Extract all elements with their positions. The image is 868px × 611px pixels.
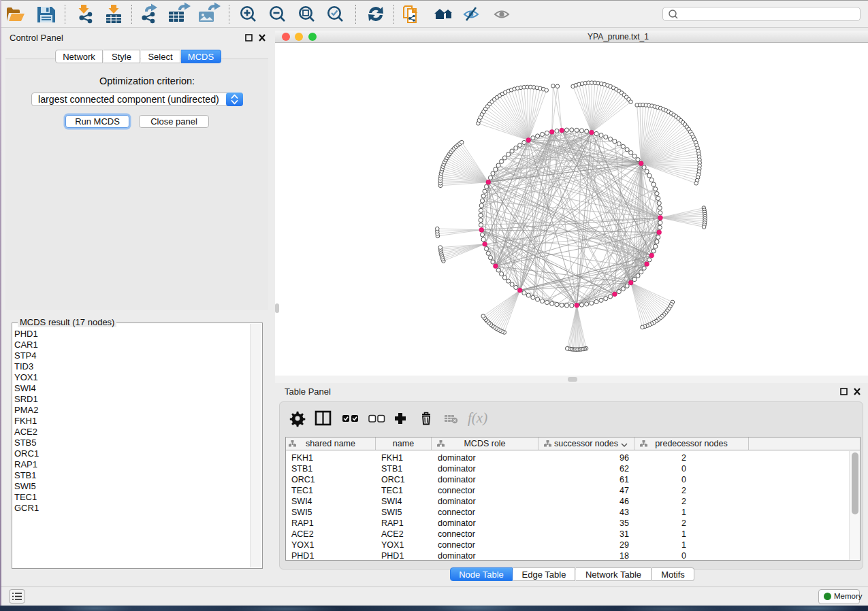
svg-text:f(x): f(x)	[468, 410, 487, 426]
